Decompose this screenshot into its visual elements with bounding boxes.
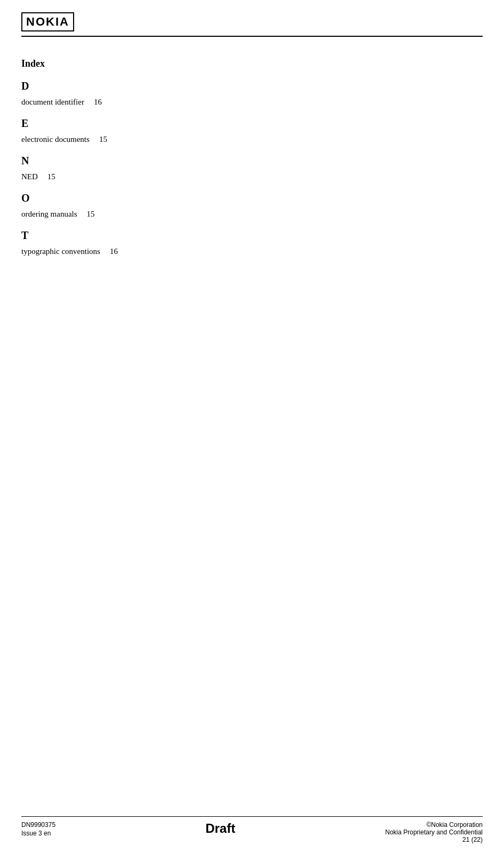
entry-term-typographic-conventions: typographic conventions: [21, 247, 100, 256]
entry-term-ned: NED: [21, 172, 38, 181]
index-letter-e: E: [21, 117, 483, 130]
footer: DN9990375 Issue 3 en Draft ©Nokia Corpor…: [0, 816, 504, 852]
footer-right: ©Nokia Corporation Nokia Proprietary and…: [385, 821, 483, 843]
entry-page-electronic-documents: 15: [99, 135, 107, 144]
footer-divider: [21, 816, 483, 817]
entry-term-ordering-manuals: ordering manuals: [21, 210, 77, 219]
footer-doc-number: DN9990375: [21, 821, 55, 829]
page: NOKIA Index D document identifier 16 E e…: [0, 0, 504, 852]
index-title: Index: [21, 58, 483, 69]
index-letter-n: N: [21, 155, 483, 167]
index-letter-o: O: [21, 192, 483, 204]
footer-content: DN9990375 Issue 3 en Draft ©Nokia Corpor…: [21, 821, 483, 843]
index-letter-d: D: [21, 80, 483, 92]
index-letter-t: T: [21, 229, 483, 242]
entry-term-document-identifier: document identifier: [21, 98, 84, 107]
index-entry-ned: NED 15: [21, 172, 483, 181]
footer-copyright-line2: Nokia Proprietary and Confidential: [385, 829, 483, 836]
entry-page-typographic-conventions: 16: [110, 247, 118, 256]
footer-issue: Issue 3 en: [21, 830, 55, 837]
index-entry-document-identifier: document identifier 16: [21, 98, 483, 107]
footer-copyright-line1: ©Nokia Corporation: [385, 821, 483, 829]
entry-page-document-identifier: 16: [94, 98, 102, 107]
header: NOKIA: [0, 0, 504, 31]
footer-draft-label: Draft: [55, 821, 385, 836]
nokia-logo: NOKIA: [21, 12, 74, 31]
index-entry-typographic-conventions: typographic conventions 16: [21, 247, 483, 256]
index-entry-electronic-documents: electronic documents 15: [21, 135, 483, 144]
index-entry-ordering-manuals: ordering manuals 15: [21, 210, 483, 219]
footer-page-number: 21 (22): [385, 836, 483, 843]
entry-term-electronic-documents: electronic documents: [21, 135, 90, 144]
entry-page-ordering-manuals: 15: [87, 210, 95, 219]
entry-page-ned: 15: [47, 172, 55, 181]
main-content: Index D document identifier 16 E electro…: [0, 37, 504, 256]
footer-left: DN9990375 Issue 3 en: [21, 821, 55, 837]
